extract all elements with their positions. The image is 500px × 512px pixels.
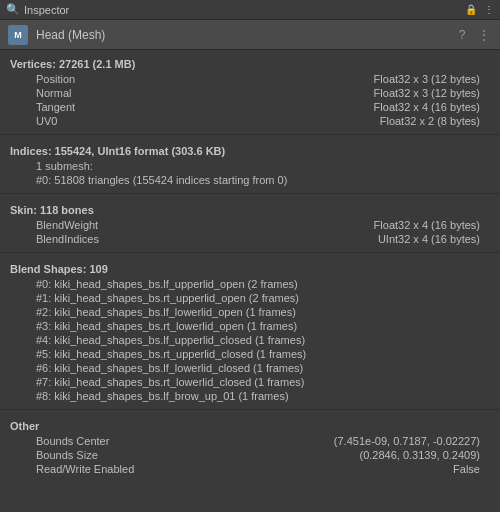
position-value: Float32 x 3 (12 bytes) [374, 73, 480, 85]
normal-label: Normal [36, 87, 166, 99]
readwrite-label: Read/Write Enabled [36, 463, 166, 475]
blend-item-1: #1: kiki_head_shapes_bs.rt_upperlid_open… [10, 291, 490, 305]
blend-header: Blend Shapes: 109 [10, 259, 490, 277]
uv0-row: UV0 Float32 x 2 (8 bytes) [10, 114, 490, 128]
bounds-center-row: Bounds Center (7.451e-09, 0.7187, -0.022… [10, 434, 490, 448]
blend-item-4: #4: kiki_head_shapes_bs.lf_upperlid_clos… [10, 333, 490, 347]
inspector-icon: 🔍 [6, 3, 20, 16]
lock-icon[interactable]: 🔒 [464, 3, 478, 17]
skin-section: Skin: 118 bones BlendWeight Float32 x 4 … [0, 196, 500, 250]
title-text: Inspector [24, 4, 69, 16]
submesh-detail: #0: 51808 triangles (155424 indices star… [10, 173, 490, 187]
title-bar: 🔍 Inspector 🔒 ⋮ [0, 0, 500, 20]
uv0-value: Float32 x 2 (8 bytes) [380, 115, 480, 127]
tangent-label: Tangent [36, 101, 166, 113]
normal-row: Normal Float32 x 3 (12 bytes) [10, 86, 490, 100]
blend-item-0: #0: kiki_head_shapes_bs.lf_upperlid_open… [10, 277, 490, 291]
indices-header: Indices: 155424, UInt16 format (303.6 KB… [10, 141, 490, 159]
skin-header: Skin: 118 bones [10, 200, 490, 218]
blend-item-8: #8: kiki_head_shapes_bs.lf_brow_up_01 (1… [10, 389, 490, 403]
bounds-size-value: (0.2846, 0.3139, 0.2409) [360, 449, 480, 461]
readwrite-value: False [453, 463, 480, 475]
blendindices-value: UInt32 x 4 (16 bytes) [378, 233, 480, 245]
vertices-header: Vertices: 27261 (2.1 MB) [10, 54, 490, 72]
tangent-value: Float32 x 4 (16 bytes) [374, 101, 480, 113]
blend-item-6: #6: kiki_head_shapes_bs.lf_lowerlid_clos… [10, 361, 490, 375]
indices-section: Indices: 155424, UInt16 format (303.6 KB… [0, 137, 500, 191]
bounds-center-label: Bounds Center [36, 435, 166, 447]
normal-value: Float32 x 3 (12 bytes) [374, 87, 480, 99]
menu-icon[interactable]: ⋮ [482, 3, 496, 17]
tangent-row: Tangent Float32 x 4 (16 bytes) [10, 100, 490, 114]
vertices-section: Vertices: 27261 (2.1 MB) Position Float3… [0, 50, 500, 132]
blendweight-value: Float32 x 4 (16 bytes) [374, 219, 480, 231]
readwrite-row: Read/Write Enabled False [10, 462, 490, 476]
blendindices-row: BlendIndices UInt32 x 4 (16 bytes) [10, 232, 490, 246]
header-right-icons: ? ⋮ [454, 27, 492, 43]
position-label: Position [36, 73, 166, 85]
bounds-center-value: (7.451e-09, 0.7187, -0.02227) [334, 435, 480, 447]
blend-item-7: #7: kiki_head_shapes_bs.rt_lowerlid_clos… [10, 375, 490, 389]
component-name: Head (Mesh) [36, 28, 446, 42]
blendindices-label: BlendIndices [36, 233, 166, 245]
blend-item-2: #2: kiki_head_shapes_bs.lf_lowerlid_open… [10, 305, 490, 319]
bounds-size-label: Bounds Size [36, 449, 166, 461]
blendweight-label: BlendWeight [36, 219, 166, 231]
title-icons: 🔒 ⋮ [464, 3, 496, 17]
bounds-size-row: Bounds Size (0.2846, 0.3139, 0.2409) [10, 448, 490, 462]
component-mesh-icon: M [8, 25, 28, 45]
submesh-label: 1 submesh: [10, 159, 490, 173]
position-row: Position Float32 x 3 (12 bytes) [10, 72, 490, 86]
help-icon[interactable]: ? [454, 27, 470, 43]
uv0-label: UV0 [36, 115, 166, 127]
blend-item-3: #3: kiki_head_shapes_bs.rt_lowerlid_open… [10, 319, 490, 333]
other-section: Other Bounds Center (7.451e-09, 0.7187, … [0, 412, 500, 480]
blend-section: Blend Shapes: 109 #0: kiki_head_shapes_b… [0, 255, 500, 407]
component-menu-icon[interactable]: ⋮ [476, 27, 492, 43]
inspector-content: Vertices: 27261 (2.1 MB) Position Float3… [0, 50, 500, 511]
blend-item-5: #5: kiki_head_shapes_bs.rt_upperlid_clos… [10, 347, 490, 361]
component-header: M Head (Mesh) ? ⋮ [0, 20, 500, 50]
blendweight-row: BlendWeight Float32 x 4 (16 bytes) [10, 218, 490, 232]
other-header: Other [10, 416, 490, 434]
